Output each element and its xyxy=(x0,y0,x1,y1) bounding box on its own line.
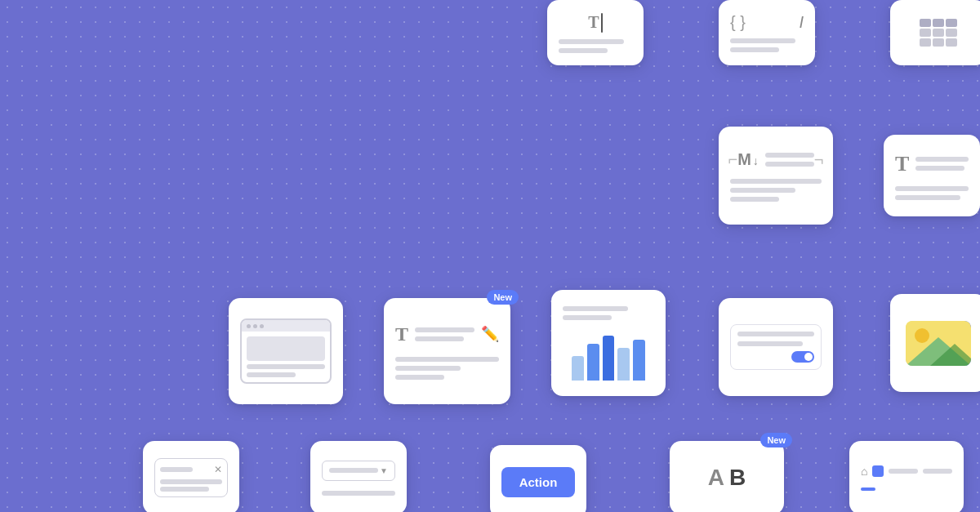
line-decoration xyxy=(737,341,803,346)
text-t-area: T xyxy=(895,152,969,176)
line-decoration xyxy=(730,38,795,43)
chevron-down-icon: ▼ xyxy=(380,466,388,475)
nav-line xyxy=(889,469,918,474)
card-action[interactable]: Action xyxy=(490,445,586,512)
toggle-row xyxy=(737,351,814,363)
new-badge: New xyxy=(487,290,519,305)
card-markdown: ⌐ M↓ ¬ xyxy=(719,127,833,225)
card-image xyxy=(890,294,980,392)
toggle-switch xyxy=(791,351,814,363)
pencil-icon: ✏️ xyxy=(481,325,499,343)
home-icon: ⌂ xyxy=(861,465,867,478)
line-decoration xyxy=(563,306,628,311)
t-letter-icon: T xyxy=(588,13,599,32)
line-decoration xyxy=(915,166,964,171)
t-icon: T xyxy=(395,323,408,345)
line-decoration xyxy=(563,315,612,320)
ab-letters: A B xyxy=(708,465,746,491)
line-decoration xyxy=(895,195,960,200)
line-decoration xyxy=(415,336,464,341)
dialog-frame: ✕ xyxy=(154,458,228,497)
image-placeholder xyxy=(906,321,971,366)
select-label-line xyxy=(329,468,378,473)
nav-indicator xyxy=(861,488,875,491)
nav-active-dot xyxy=(872,465,884,477)
letter-a-icon: A xyxy=(708,465,724,491)
landscape-svg xyxy=(906,321,971,366)
table-grid-icon xyxy=(920,19,957,47)
form-inner xyxy=(730,324,822,370)
svg-point-1 xyxy=(915,328,929,343)
line-decoration xyxy=(559,39,624,44)
line-decoration xyxy=(895,186,969,191)
cursor-bar-icon xyxy=(601,13,603,33)
line-decoration xyxy=(765,153,814,158)
line-decoration xyxy=(395,366,461,371)
browser-body xyxy=(242,332,330,382)
line-decoration xyxy=(247,364,325,369)
line-decoration xyxy=(322,491,395,496)
nav-bar: ⌂ xyxy=(861,465,952,478)
card-input-cursor: T xyxy=(547,0,644,65)
nav-line xyxy=(923,469,952,474)
bracket-right-icon: ¬ xyxy=(814,150,824,169)
bracket-left-icon: ⌐ xyxy=(728,150,737,169)
line-decoration xyxy=(730,197,779,202)
line-decoration xyxy=(765,162,814,167)
card-browser xyxy=(229,298,343,404)
card-ab-test: New A B xyxy=(670,441,784,512)
dialog-title-row: ✕ xyxy=(160,464,222,475)
chart-bars xyxy=(572,332,645,381)
card-chart xyxy=(551,290,666,396)
select-frame: ▼ xyxy=(322,461,395,481)
card-table xyxy=(890,0,980,65)
card-lines xyxy=(559,39,632,53)
line-decoration xyxy=(559,48,608,53)
cursor-icon: I xyxy=(799,13,804,32)
card-lines xyxy=(730,38,804,52)
line-decoration xyxy=(415,327,474,332)
json-brace-icon: { } xyxy=(730,13,746,32)
browser-bar xyxy=(242,320,330,332)
card-home-nav: ⌂ xyxy=(849,441,964,512)
browser-frame-icon xyxy=(240,318,332,384)
letter-b-icon: B xyxy=(729,465,746,491)
md-down-arrow: ↓ xyxy=(753,154,759,167)
action-button[interactable]: Action xyxy=(501,467,575,497)
dialog-title-line xyxy=(160,467,193,472)
input-cursor-area: T xyxy=(559,13,632,33)
line-decoration xyxy=(395,357,499,362)
line-decoration xyxy=(160,479,222,484)
line-decoration xyxy=(730,188,795,193)
card-text-edit: New T ✏️ xyxy=(384,298,510,404)
new-badge-ab: New xyxy=(760,433,792,447)
line-decoration xyxy=(395,375,444,380)
line-decoration xyxy=(247,372,296,377)
card-text-t: T xyxy=(884,135,980,216)
card-select: ▼ xyxy=(310,441,407,512)
line-decoration xyxy=(730,179,822,184)
markdown-symbol: M↓ xyxy=(737,150,759,169)
card-json: { } I xyxy=(719,0,815,65)
line-decoration xyxy=(737,332,814,336)
close-x-icon: ✕ xyxy=(214,464,222,475)
t-big-icon: T xyxy=(895,152,909,176)
line-decoration xyxy=(730,47,779,52)
card-dialog: ✕ xyxy=(143,441,239,512)
card-form xyxy=(719,298,833,396)
markdown-icon-area: ⌐ M↓ ¬ xyxy=(730,150,822,169)
line-decoration xyxy=(915,157,969,162)
line-decoration xyxy=(160,487,209,492)
